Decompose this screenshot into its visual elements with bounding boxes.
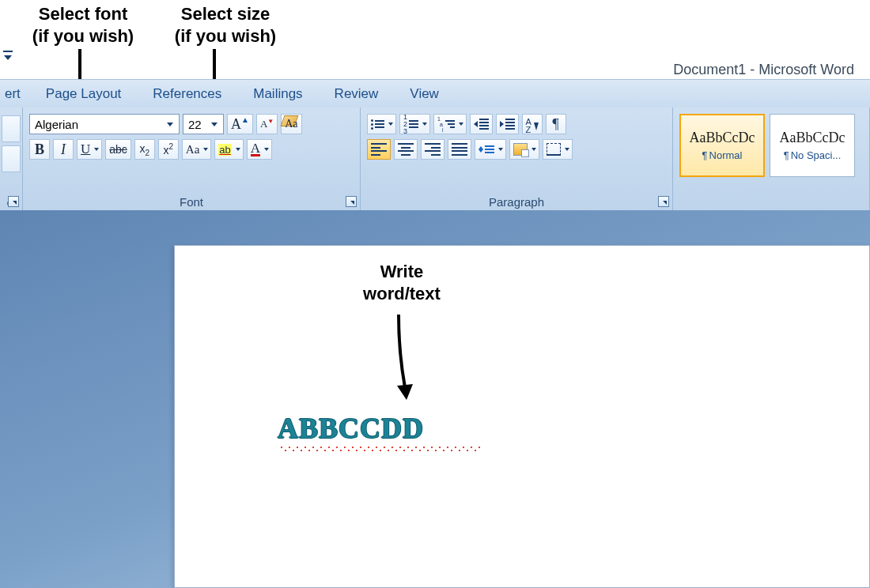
group-paragraph: 123 1ai	[361, 107, 673, 210]
show-hide-button[interactable]: ¶	[546, 114, 566, 134]
italic-button[interactable]: I	[53, 139, 74, 160]
italic-icon: I	[61, 141, 66, 158]
font-group-label: Font	[23, 195, 360, 209]
clipboard-button-fragment-2[interactable]	[2, 145, 21, 172]
font-size-combo[interactable]: 22	[183, 114, 224, 134]
line-spacing-icon	[478, 145, 494, 153]
style-name: ¶Normal	[702, 149, 743, 161]
arrow-to-document-text	[388, 315, 419, 403]
align-right-button[interactable]	[421, 139, 444, 160]
tab-view[interactable]: View	[394, 81, 455, 107]
sort-icon: AZ	[526, 118, 539, 130]
annotation-write-text: Write word/text	[315, 261, 489, 304]
style-sample: AaBbCcDc	[690, 130, 755, 146]
tab-insert-fragment[interactable]: ert	[0, 81, 30, 107]
ribbon-tabstrip: ert Page Layout References Mailings Revi…	[0, 79, 870, 109]
chevron-down-icon	[209, 122, 220, 126]
increase-indent-button[interactable]	[496, 114, 519, 134]
change-case-button[interactable]: Aa	[182, 139, 212, 160]
underline-button[interactable]: U	[77, 139, 102, 160]
annotation-select-size: Select size (if you wish)	[158, 3, 293, 47]
shrink-font-button[interactable]: A▼	[256, 114, 278, 134]
multilevel-list-button[interactable]: 1ai	[433, 114, 467, 134]
font-size-value: 22	[188, 118, 209, 131]
paragraph-group-label: Paragraph	[361, 195, 672, 209]
subscript-icon: x2	[140, 142, 150, 157]
bullets-button[interactable]	[367, 114, 396, 134]
svg-marker-2	[397, 384, 413, 400]
group-clipboard-fragment: er	[0, 107, 23, 210]
style-normal[interactable]: AaBbCcDc ¶Normal	[679, 114, 765, 177]
superscript-icon: x2	[164, 142, 174, 156]
decrease-indent-button[interactable]	[470, 114, 493, 134]
style-name: ¶No Spaci...	[784, 149, 842, 161]
clipboard-button-fragment-1[interactable]	[2, 115, 21, 142]
highlight-icon: ab	[218, 144, 231, 156]
annotation-select-font: Select font (if you wish)	[16, 3, 150, 47]
tab-mailings[interactable]: Mailings	[237, 81, 318, 107]
superscript-button[interactable]: x2	[158, 139, 179, 160]
document-page[interactable]: ABBCCDD	[174, 245, 870, 588]
change-case-icon: Aa	[186, 143, 200, 156]
grow-font-button[interactable]: A▲	[227, 114, 253, 134]
tab-review[interactable]: Review	[319, 81, 395, 107]
align-left-button[interactable]	[367, 139, 391, 160]
paragraph-dialog-launcher[interactable]	[658, 196, 669, 207]
style-no-spacing[interactable]: AaBbCcDc ¶No Spaci...	[770, 114, 855, 177]
underline-icon: U	[81, 141, 90, 157]
spellcheck-squiggle	[279, 447, 482, 451]
font-dialog-launcher[interactable]	[346, 196, 357, 207]
style-gallery: AaBbCcDc ¶Normal AaBbCcDc ¶No Spaci...	[679, 114, 866, 177]
group-font: Algerian 22 A▲ A▼ Aa B I	[23, 107, 361, 210]
align-right-icon	[425, 143, 441, 156]
numbering-button[interactable]: 123	[399, 114, 430, 134]
ribbon: er Algerian 22 A▲ A▼ Aa B	[0, 107, 870, 211]
clipboard-dialog-launcher[interactable]	[8, 196, 19, 207]
style-sample: AaBbCcDc	[780, 130, 845, 146]
shrink-font-icon: A▼	[260, 118, 274, 130]
font-name-value: Algerian	[35, 118, 165, 131]
align-justify-button[interactable]	[448, 139, 471, 160]
qat-customize-dropdown[interactable]	[3, 51, 13, 63]
tab-references[interactable]: References	[137, 81, 237, 107]
align-left-icon	[371, 143, 387, 156]
clear-formatting-button[interactable]: Aa	[281, 114, 301, 134]
multilevel-icon: 1ai	[437, 116, 455, 133]
strikethrough-button[interactable]: abc	[105, 139, 131, 160]
increase-indent-icon	[500, 119, 515, 130]
document-text[interactable]: ABBCCDD	[278, 412, 424, 445]
shading-icon	[513, 143, 528, 156]
subscript-button[interactable]: x2	[134, 139, 155, 160]
pilcrow-icon: ¶	[553, 116, 559, 133]
font-name-combo[interactable]: Algerian	[29, 114, 180, 134]
chevron-down-icon	[165, 122, 176, 126]
group-styles: AaBbCcDc ¶Normal AaBbCcDc ¶No Spaci...	[673, 107, 870, 210]
numbering-icon: 123	[403, 114, 418, 135]
align-center-icon	[398, 143, 414, 156]
grow-font-icon: A▲	[231, 116, 249, 133]
line-spacing-button[interactable]	[475, 139, 506, 160]
strikethrough-icon: abc	[109, 143, 127, 156]
tab-page-layout[interactable]: Page Layout	[30, 81, 137, 107]
align-center-button[interactable]	[394, 139, 418, 160]
bold-icon: B	[35, 141, 44, 158]
sort-button[interactable]: AZ	[522, 114, 543, 134]
highlight-color-button[interactable]: ab	[214, 139, 243, 160]
eraser-icon: Aa	[285, 118, 297, 130]
font-color-button[interactable]: A	[247, 139, 272, 160]
bold-button[interactable]: B	[29, 139, 50, 160]
window-title: Document1 - Microsoft Word	[673, 62, 854, 78]
bullets-icon	[371, 119, 384, 130]
shading-button[interactable]	[509, 139, 539, 160]
font-color-icon: A	[251, 143, 260, 156]
align-justify-icon	[452, 143, 467, 156]
borders-button[interactable]	[543, 139, 573, 160]
borders-icon	[547, 143, 561, 156]
decrease-indent-icon	[474, 119, 489, 130]
